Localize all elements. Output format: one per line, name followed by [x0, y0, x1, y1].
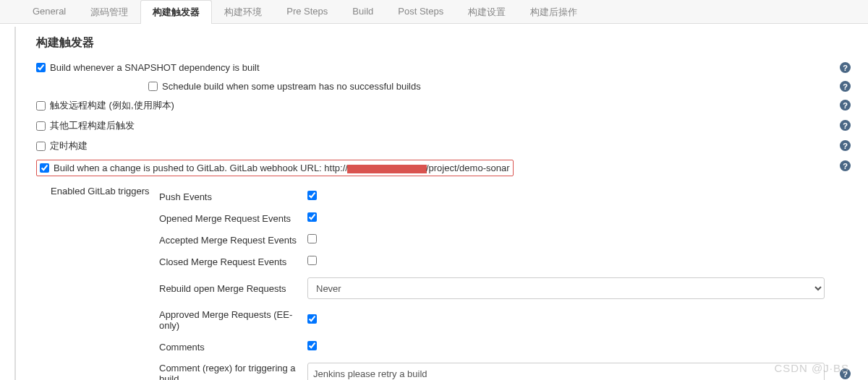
trigger-snapshot-row: Build whenever a SNAPSHOT dependency is … [36, 58, 854, 77]
trigger-gitlab-row: Build when a change is pushed to GitLab.… [36, 156, 854, 180]
trigger-remote-row: 触发远程构建 (例如,使用脚本) ? [36, 95, 854, 116]
comment-regex-row: Comment (regex) for triggering a build ? [159, 358, 854, 380]
tab-pre-steps[interactable]: Pre Steps [274, 0, 340, 24]
help-icon[interactable]: ? [840, 160, 851, 171]
tab-build-env[interactable]: 构建环境 [212, 0, 274, 24]
tab-build-settings[interactable]: 构建设置 [456, 0, 518, 24]
accepted-mr-row: Accepted Merge Request Events [159, 229, 854, 251]
help-icon[interactable]: ? [840, 120, 851, 131]
schedule-upstream-row: Schedule build when some upstream has no… [36, 77, 854, 95]
trigger-snapshot-label[interactable]: Build whenever a SNAPSHOT dependency is … [50, 62, 260, 73]
push-events-checkbox[interactable] [307, 191, 317, 200]
accepted-mr-label: Accepted Merge Request Events [159, 235, 307, 246]
trigger-other-project-checkbox[interactable] [36, 121, 46, 131]
comments-row: Comments [159, 336, 854, 358]
push-events-label: Push Events [159, 191, 307, 202]
help-icon[interactable]: ? [840, 62, 851, 73]
tab-post-steps[interactable]: Post Steps [386, 0, 456, 24]
tab-build-triggers[interactable]: 构建触发器 [140, 0, 212, 24]
gitlab-url-redacted [347, 165, 427, 173]
help-icon[interactable]: ? [840, 140, 851, 151]
trigger-gitlab-label[interactable]: Build when a change is pushed to GitLab.… [54, 163, 510, 173]
section-title: 构建触发器 [36, 35, 854, 51]
schedule-upstream-label[interactable]: Schedule build when some upstream has no… [162, 81, 421, 92]
comment-regex-input[interactable] [307, 363, 825, 380]
rebuild-mr-row: Rebuild open Merge Requests Never [159, 272, 854, 304]
tab-post-build[interactable]: 构建后操作 [518, 0, 590, 24]
trigger-remote-checkbox[interactable] [36, 101, 46, 111]
opened-mr-checkbox[interactable] [307, 212, 317, 222]
trigger-timer-row: 定时构建 ? [36, 136, 854, 156]
approved-mr-row: Approved Merge Requests (EE-only) [159, 304, 854, 336]
config-tabs: General 源码管理 构建触发器 构建环境 Pre Steps Build … [0, 0, 868, 24]
gitlab-triggers-subsection: Enabled GitLab triggers Push Events Open… [36, 180, 854, 380]
comment-regex-label: Comment (regex) for triggering a build [159, 363, 307, 380]
rebuild-mr-select[interactable]: Never [307, 277, 825, 299]
comments-label: Comments [159, 342, 307, 353]
approved-mr-checkbox[interactable] [307, 314, 317, 324]
trigger-timer-checkbox[interactable] [36, 142, 46, 151]
closed-mr-label: Closed Merge Request Events [159, 256, 307, 267]
closed-mr-checkbox[interactable] [307, 256, 317, 265]
help-icon[interactable]: ? [840, 368, 851, 379]
push-events-row: Push Events [159, 186, 854, 207]
gitlab-label-prefix: Build when a change is pushed to GitLab.… [54, 163, 348, 173]
trigger-gitlab-checkbox[interactable] [40, 163, 49, 173]
schedule-upstream-checkbox[interactable] [148, 82, 158, 91]
tab-general[interactable]: General [20, 0, 78, 24]
trigger-snapshot-checkbox[interactable] [36, 63, 46, 72]
content-area: 构建触发器 Build whenever a SNAPSHOT dependen… [14, 27, 868, 380]
help-icon[interactable]: ? [840, 100, 851, 111]
tab-build[interactable]: Build [340, 0, 386, 24]
approved-mr-label: Approved Merge Requests (EE-only) [159, 309, 307, 331]
gitlab-triggers-options: Push Events Opened Merge Request Events … [159, 186, 854, 380]
trigger-remote-label[interactable]: 触发远程构建 (例如,使用脚本) [50, 99, 174, 112]
accepted-mr-checkbox[interactable] [307, 234, 317, 243]
help-icon[interactable]: ? [840, 81, 851, 92]
opened-mr-row: Opened Merge Request Events [159, 207, 854, 229]
rebuild-mr-label: Rebuild open Merge Requests [159, 283, 307, 294]
closed-mr-row: Closed Merge Request Events [159, 251, 854, 272]
opened-mr-label: Opened Merge Request Events [159, 213, 307, 224]
gitlab-label-suffix: /project/demo-sonar [426, 163, 510, 173]
trigger-timer-label[interactable]: 定时构建 [50, 139, 88, 152]
gitlab-triggers-title: Enabled GitLab triggers [36, 186, 159, 380]
tab-scm[interactable]: 源码管理 [78, 0, 140, 24]
gitlab-highlight-box: Build when a change is pushed to GitLab.… [36, 160, 514, 176]
trigger-other-project-row: 其他工程构建后触发 ? [36, 116, 854, 136]
comments-checkbox[interactable] [307, 341, 317, 350]
trigger-other-project-label[interactable]: 其他工程构建后触发 [50, 119, 135, 132]
